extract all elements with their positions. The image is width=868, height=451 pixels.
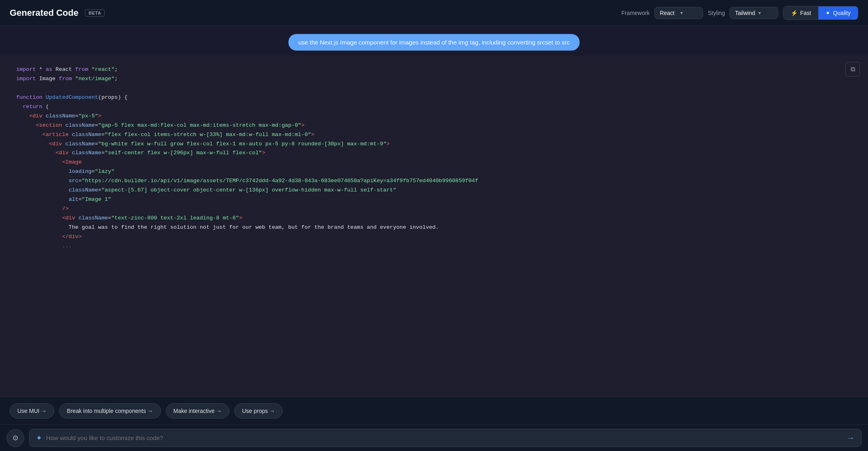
suggestion-pill[interactable]: Make interactive → [166,403,230,419]
chat-input[interactable] [46,434,843,441]
main-content: use the Next.js Image component for imag… [0,26,868,451]
framework-label: Framework [621,10,650,16]
send-icon: → [847,433,855,442]
chat-input-bar: ⚙ ✦ → [0,424,868,451]
code-container[interactable]: ⧉ import * as React from "react"; import… [0,55,868,398]
chevron-down-icon-2: ▾ [758,10,773,16]
sparkle-icon-header: ✦ [826,10,830,16]
quality-label: Quality [833,10,851,16]
sparkle-icon-input: ✦ [36,434,42,442]
copy-icon: ⧉ [851,66,855,73]
chevron-down-icon: ▾ [680,10,698,16]
styling-dropdown[interactable]: Tailwind ▾ [730,7,778,19]
lightning-icon: ⚡ [791,10,798,16]
chat-bubble: use the Next.js Image component for imag… [288,34,579,51]
framework-dropdown[interactable]: React ▾ [654,7,703,19]
quality-mode-button[interactable]: ✦ Quality [818,6,858,19]
suggestion-pill[interactable]: Break into multiple components → [59,403,161,419]
chat-bubble-container: use the Next.js Image component for imag… [0,26,868,55]
copy-button[interactable]: ⧉ [845,62,860,77]
framework-value: React [660,10,677,16]
fast-label: Fast [800,10,811,16]
beta-badge: BETA [85,9,105,17]
suggestion-pill[interactable]: Use MUI → [10,403,54,419]
styling-label: Styling [708,10,725,16]
send-button[interactable]: → [847,433,855,442]
header: Generated Code BETA Framework React ▾ St… [0,0,868,26]
code-block: import * as React from "react"; import I… [16,65,852,251]
gear-icon: ⚙ [12,434,19,442]
mode-toggle: ⚡ Fast ✦ Quality [783,6,858,20]
fast-mode-button[interactable]: ⚡ Fast [783,6,818,19]
header-controls: Framework React ▾ Styling Tailwind ▾ ⚡ F… [621,6,858,20]
suggestions-bar: Use MUI →Break into multiple components … [0,398,868,424]
settings-button[interactable]: ⚙ [6,429,24,447]
app-title: Generated Code [10,8,78,18]
chat-input-wrapper: ✦ → [29,429,862,447]
suggestion-pill[interactable]: Use props → [234,403,283,419]
styling-value: Tailwind [735,10,755,16]
